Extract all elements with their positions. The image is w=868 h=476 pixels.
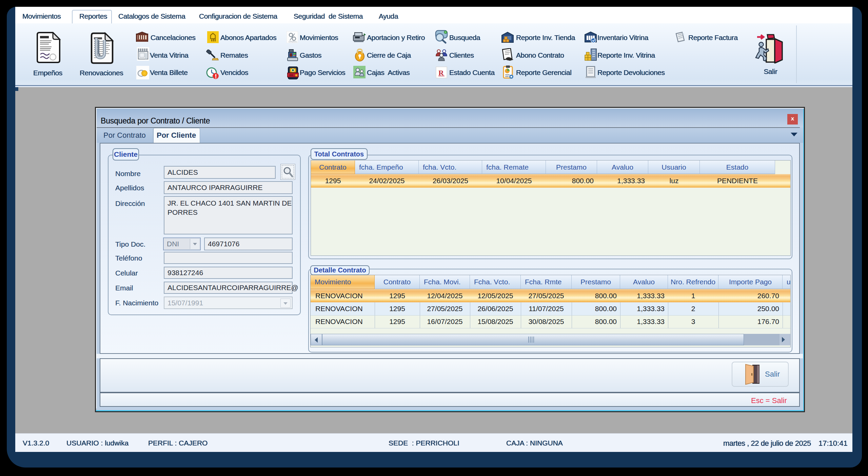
svg-text:OPERAC.: OPERAC. [289,41,298,43]
